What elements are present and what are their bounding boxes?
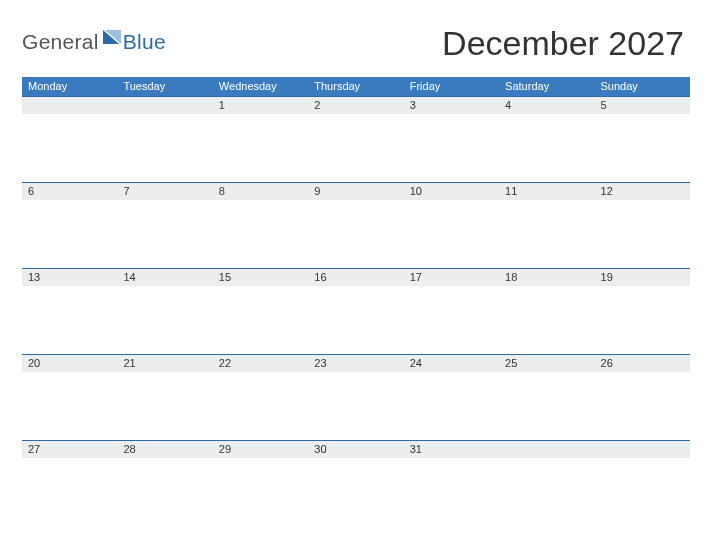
dow-wed: Wednesday [213, 77, 308, 96]
day-number: 5 [595, 97, 690, 114]
day-number [595, 441, 690, 458]
day-number: 11 [499, 183, 594, 200]
month-title: December 2027 [442, 20, 690, 63]
day-number: 18 [499, 269, 594, 286]
logo-text-blue: Blue [123, 30, 166, 54]
day-cell: 14 [117, 269, 212, 354]
day-cell: 7 [117, 183, 212, 268]
calendar-page: General Blue December 2027 Monday Tuesda… [0, 0, 712, 526]
day-cell: 19 [595, 269, 690, 354]
day-number: 24 [404, 355, 499, 372]
day-number: 13 [22, 269, 117, 286]
week-row: 1 2 3 4 5 [22, 96, 690, 182]
day-cell: 6 [22, 183, 117, 268]
dow-sun: Sunday [595, 77, 690, 96]
day-number: 29 [213, 441, 308, 458]
day-cell: 23 [308, 355, 403, 440]
day-cell: 2 [308, 97, 403, 182]
day-cell: 31 [404, 441, 499, 526]
day-cell: 3 [404, 97, 499, 182]
day-number: 2 [308, 97, 403, 114]
day-cell [22, 97, 117, 182]
day-cell [499, 441, 594, 526]
day-cell: 16 [308, 269, 403, 354]
day-number: 6 [22, 183, 117, 200]
day-number: 4 [499, 97, 594, 114]
day-cell: 13 [22, 269, 117, 354]
day-cell [117, 97, 212, 182]
day-number: 15 [213, 269, 308, 286]
day-cell: 28 [117, 441, 212, 526]
day-cell: 30 [308, 441, 403, 526]
day-cell: 25 [499, 355, 594, 440]
day-number: 31 [404, 441, 499, 458]
day-number: 17 [404, 269, 499, 286]
dow-thu: Thursday [308, 77, 403, 96]
day-number: 1 [213, 97, 308, 114]
day-cell: 12 [595, 183, 690, 268]
logo: General Blue [22, 20, 166, 54]
day-cell: 8 [213, 183, 308, 268]
day-number [117, 97, 212, 114]
day-number: 12 [595, 183, 690, 200]
day-number: 23 [308, 355, 403, 372]
day-number: 19 [595, 269, 690, 286]
day-cell: 20 [22, 355, 117, 440]
day-cell: 29 [213, 441, 308, 526]
day-cell: 24 [404, 355, 499, 440]
week-row: 20 21 22 23 24 25 26 [22, 354, 690, 440]
day-number: 30 [308, 441, 403, 458]
day-cell: 5 [595, 97, 690, 182]
week-row: 27 28 29 30 31 [22, 440, 690, 526]
day-cell: 1 [213, 97, 308, 182]
calendar-grid: Monday Tuesday Wednesday Thursday Friday… [22, 77, 690, 526]
day-number: 10 [404, 183, 499, 200]
day-number: 28 [117, 441, 212, 458]
day-number: 16 [308, 269, 403, 286]
dow-fri: Friday [404, 77, 499, 96]
day-cell: 11 [499, 183, 594, 268]
week-row: 13 14 15 16 17 18 19 [22, 268, 690, 354]
day-number [499, 441, 594, 458]
day-number [22, 97, 117, 114]
day-number: 3 [404, 97, 499, 114]
day-number: 26 [595, 355, 690, 372]
day-number: 14 [117, 269, 212, 286]
day-number: 22 [213, 355, 308, 372]
day-cell: 17 [404, 269, 499, 354]
day-cell: 9 [308, 183, 403, 268]
day-cell: 22 [213, 355, 308, 440]
day-cell: 27 [22, 441, 117, 526]
day-cell: 18 [499, 269, 594, 354]
logo-triangle-icon [103, 30, 121, 50]
logo-text-general: General [22, 30, 99, 54]
day-number: 21 [117, 355, 212, 372]
day-cell: 26 [595, 355, 690, 440]
dow-tue: Tuesday [117, 77, 212, 96]
day-of-week-header: Monday Tuesday Wednesday Thursday Friday… [22, 77, 690, 96]
day-cell: 15 [213, 269, 308, 354]
dow-mon: Monday [22, 77, 117, 96]
day-number: 9 [308, 183, 403, 200]
day-cell: 4 [499, 97, 594, 182]
day-number: 27 [22, 441, 117, 458]
header: General Blue December 2027 [22, 20, 690, 63]
day-cell: 10 [404, 183, 499, 268]
day-number: 20 [22, 355, 117, 372]
week-row: 6 7 8 9 10 11 12 [22, 182, 690, 268]
day-cell [595, 441, 690, 526]
day-cell: 21 [117, 355, 212, 440]
day-number: 8 [213, 183, 308, 200]
day-number: 7 [117, 183, 212, 200]
day-number: 25 [499, 355, 594, 372]
dow-sat: Saturday [499, 77, 594, 96]
